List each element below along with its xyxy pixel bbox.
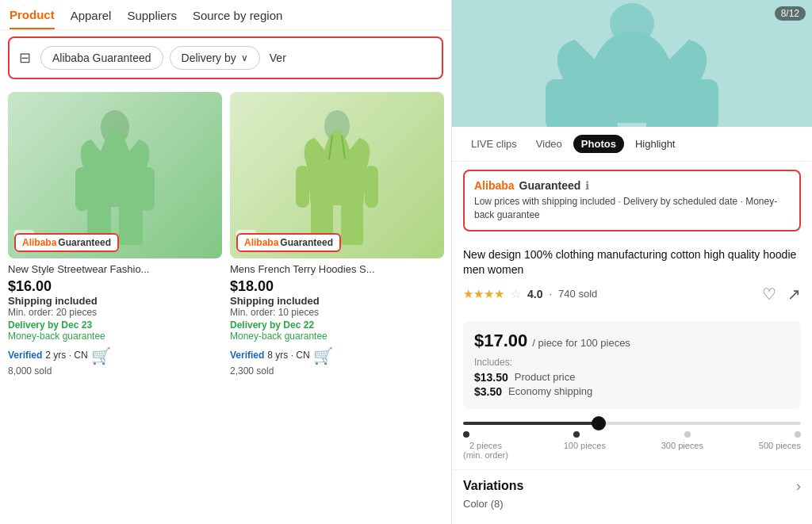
guaranteed-description: Low prices with shipping included · Deli…	[474, 195, 790, 222]
product-delivery-2: Delivery by Dec 22	[230, 319, 444, 331]
product-min-order-1: Min. order: 20 pieces	[8, 307, 222, 318]
svg-rect-15	[646, 121, 694, 127]
tab-video[interactable]: Video	[528, 135, 570, 153]
filter-bar: ⊟ Alibaba Guaranteed Delivery by ∨ Ver	[8, 36, 443, 79]
product-price-2: $18.00	[230, 278, 444, 295]
half-star: ☆	[511, 287, 521, 301]
svg-rect-17	[691, 79, 718, 127]
product-grid: ⊡ Alibaba Guaranteed New Style Streetwea…	[0, 86, 451, 383]
hoodie-svg-2	[289, 104, 385, 247]
includes-label: Includes:	[474, 357, 790, 368]
svg-rect-2	[119, 205, 143, 245]
nav-tab-product[interactable]: Product	[10, 8, 55, 29]
hero-image: 8/12	[452, 0, 812, 127]
slider-label-4: 500 pieces	[759, 441, 801, 460]
left-panel: Product Apparel Suppliers Source by regi…	[0, 0, 452, 524]
product-min-order-2: Min. order: 10 pieces	[230, 307, 444, 318]
slider-thumb[interactable]	[592, 416, 606, 430]
info-icon[interactable]: ℹ	[585, 179, 589, 192]
hero-hoodie-svg	[452, 0, 812, 127]
verified-badge-1: Verified	[8, 350, 42, 361]
product-moneyback-1: Money-back guarantee	[8, 331, 222, 342]
product-detail-area: New design 100% clothing manufacturing c…	[452, 239, 812, 321]
variations-title: Variations	[463, 479, 523, 493]
chevron-down-icon: ∨	[241, 52, 248, 63]
slider-label-2: 100 pieces	[564, 441, 606, 460]
product-shipping-1: Shipping included	[8, 295, 222, 307]
image-counter: 8/12	[775, 6, 806, 21]
action-icons: ♡ ↗	[762, 285, 801, 304]
svg-rect-7	[341, 204, 363, 245]
badge-alibaba-text-1: Alibaba	[22, 237, 56, 248]
tab-photos[interactable]: Photos	[573, 135, 624, 153]
shipping-price-label: Economy shipping	[508, 385, 592, 397]
sold-count-2: 2,300 sold	[230, 365, 444, 377]
product-delivery-1: Delivery by Dec 23	[8, 319, 222, 331]
slider-fill	[463, 422, 598, 425]
filter-icon[interactable]: ⊟	[19, 49, 31, 67]
slider-dots	[463, 431, 801, 438]
verified-badge-2: Verified	[230, 350, 264, 361]
cart-icon-1[interactable]: 🛒	[91, 346, 111, 365]
product-shipping-2: Shipping included	[230, 295, 444, 307]
product-price-1: $16.00	[8, 278, 222, 295]
product-image-2: ⊡ Alibaba Guaranteed	[230, 92, 444, 258]
badge-guaranteed-2: Alibaba Guaranteed	[236, 233, 341, 252]
tab-highlight[interactable]: Highlight	[627, 135, 684, 153]
alibaba-guaranteed-filter[interactable]: Alibaba Guaranteed	[40, 46, 163, 70]
slider-dot-1	[463, 431, 469, 438]
banner-guaranteed-text: Guaranteed	[519, 179, 581, 192]
nav-tab-suppliers[interactable]: Suppliers	[127, 9, 177, 29]
nav-tab-apparel[interactable]: Apparel	[71, 9, 112, 29]
badge-guaranteed-text-2: Guaranteed	[280, 237, 333, 248]
product-card-1[interactable]: ⊡ Alibaba Guaranteed New Style Streetwea…	[8, 92, 222, 377]
badge-alibaba-text-2: Alibaba	[244, 237, 278, 248]
rating-row: ★★★★ ☆ 4.0 · 740 sold ♡ ↗	[463, 285, 801, 304]
verified-years-1: 2 yrs · CN	[45, 350, 87, 361]
product-image-1: ⊡ Alibaba Guaranteed	[8, 92, 222, 258]
badge-guaranteed-1: Alibaba Guaranteed	[14, 233, 119, 252]
price-per: / piece for 100 pieces	[532, 337, 630, 349]
shipping-price-row: $3.50 Economy shipping	[474, 385, 790, 398]
slider-dot-2	[573, 431, 580, 438]
guaranteed-banner-title: Alibaba Guaranteed ℹ	[474, 179, 790, 192]
cart-icon-2[interactable]: 🛒	[313, 346, 333, 365]
product-price-label: Product price	[515, 371, 576, 383]
color-label: Color (8)	[463, 498, 801, 510]
sold-count-1: 8,000 sold	[8, 365, 222, 377]
variations-section: Variations › Color (8)	[452, 469, 812, 518]
svg-rect-16	[546, 79, 573, 127]
svg-rect-4	[140, 167, 155, 211]
slider-track[interactable]	[463, 422, 801, 425]
stars: ★★★★	[463, 287, 504, 301]
slider-dot-3	[684, 431, 691, 438]
badge-guaranteed-text-1: Guaranteed	[58, 237, 111, 248]
wishlist-icon[interactable]: ♡	[762, 285, 776, 304]
rating-value: 4.0	[527, 288, 542, 300]
slider-labels: 2 pieces(min. order) 100 pieces 300 piec…	[463, 441, 801, 460]
share-icon[interactable]: ↗	[787, 285, 801, 304]
top-nav: Product Apparel Suppliers Source by regi…	[0, 0, 451, 30]
guaranteed-banner: Alibaba Guaranteed ℹ Low prices with shi…	[463, 170, 801, 231]
svg-rect-8	[296, 166, 309, 208]
product-card-2[interactable]: ⊡ Alibaba Guaranteed Mens French Terry H…	[230, 92, 444, 377]
slider-label-3: 300 pieces	[661, 441, 703, 460]
product-moneyback-2: Money-back guarantee	[230, 331, 444, 342]
svg-rect-9	[365, 166, 378, 208]
right-panel: 8/12 LIVE clips Video Photos Highlight A…	[452, 0, 812, 524]
filter-more: Ver	[270, 52, 286, 64]
product-price-row: $13.50 Product price	[474, 371, 790, 384]
verified-years-2: 8 yrs · CN	[267, 350, 309, 361]
sold-count-right: 740 sold	[558, 288, 597, 300]
product-title-1: New Style Streetwear Fashio...	[8, 263, 222, 275]
variations-header[interactable]: Variations ›	[463, 478, 801, 495]
separator: ·	[549, 288, 552, 300]
hoodie-svg-1	[67, 104, 163, 247]
svg-rect-14	[570, 121, 618, 127]
svg-rect-3	[75, 167, 90, 211]
nav-tab-source[interactable]: Source by region	[193, 9, 282, 29]
delivery-by-filter[interactable]: Delivery by ∨	[170, 46, 260, 70]
shipping-price-amount: $3.50	[474, 385, 502, 398]
tab-live-clips[interactable]: LIVE clips	[463, 135, 525, 153]
product-detail-title: New design 100% clothing manufacturing c…	[463, 247, 801, 278]
